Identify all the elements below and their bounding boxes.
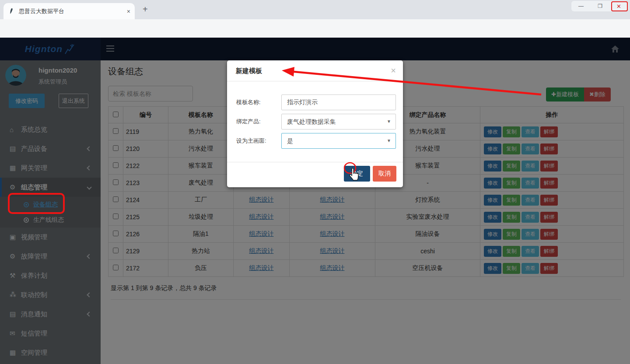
screen: 思普云大数据平台 × + — ❐ ✕ ← → ↻ ⚠ 不安全 | iot.ido… (0, 0, 630, 364)
window-controls: — ❐ ✕ (571, 1, 628, 11)
modal-header: 新建模板 × (227, 60, 403, 81)
browser-tab-strip: 思普云大数据平台 × + — ❐ ✕ (0, 0, 630, 19)
restore-icon[interactable]: ❐ (598, 3, 602, 9)
template-name-label: 模板名称: (236, 94, 278, 110)
template-name-input[interactable] (281, 94, 396, 110)
main-screen-select[interactable]: 是 ▼ (281, 133, 396, 149)
browser-tab[interactable]: 思普云大数据平台 × (4, 3, 135, 19)
ok-button[interactable]: 确定 (344, 166, 370, 182)
tab-close-icon[interactable]: × (127, 8, 130, 15)
new-tab-button[interactable]: + (143, 4, 148, 14)
caret-down-icon: ▼ (387, 114, 391, 129)
modal-close-icon[interactable]: × (391, 66, 396, 76)
bind-product-select[interactable]: 废气处理数据采集 ▼ (281, 114, 396, 130)
minimize-icon[interactable]: — (578, 3, 584, 9)
tab-title: 思普云大数据平台 (19, 7, 127, 15)
modal-footer: 确定 取消 (227, 162, 403, 187)
browser-toolbar: ← → ↻ ⚠ 不安全 | iot.idosp.net /admin/index… (0, 19, 630, 38)
close-icon[interactable]: ✕ (616, 3, 621, 10)
cancel-button[interactable]: 取消 (373, 166, 396, 182)
favicon (8, 8, 15, 15)
modal-title: 新建模板 (236, 67, 262, 75)
new-template-modal: 新建模板 × 模板名称: 绑定产品: 废气处理数据采集 ▼ 设为主画面: 是 ▼… (227, 60, 403, 187)
caret-down-icon: ▼ (387, 133, 391, 148)
bind-product-label: 绑定产品: (236, 114, 278, 130)
main-screen-label: 设为主画面: (236, 133, 278, 149)
